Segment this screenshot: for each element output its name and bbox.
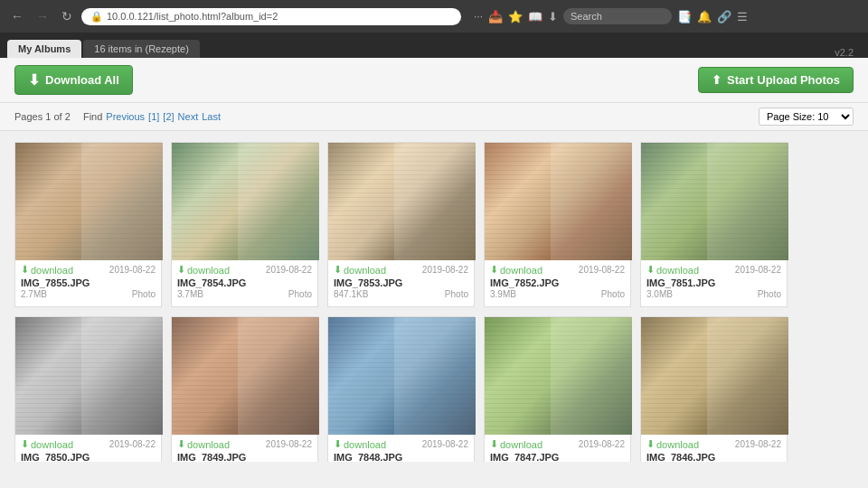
photo-size-1: 2.7MB — [21, 289, 47, 299]
more-icon[interactable]: ··· — [474, 10, 483, 23]
download-arrow-icon: ⬇ — [490, 264, 498, 276]
photo-thumb-4[interactable] — [485, 143, 632, 260]
photo-name-9: IMG_7847.JPG — [490, 452, 625, 462]
pagination-bar: Pages 1 of 2 Find Previous [1] [2] Next … — [0, 103, 868, 131]
lock-icon: 🔒 — [90, 11, 103, 23]
page1-link[interactable]: [1] — [148, 111, 159, 122]
photo-name-10: IMG_7846.JPG — [646, 452, 781, 462]
download-arrow-icon: ⬇ — [334, 264, 342, 276]
search-bar[interactable]: Search — [563, 8, 672, 24]
photo-name-6: IMG_7850.JPG — [21, 452, 156, 462]
photo-item-7: ⬇ download 2019-08-22 IMG_7849.JPG 3.1MB… — [171, 316, 318, 462]
download-arrow-icon: ⬇ — [490, 438, 498, 450]
download-arrow-icon: ⬇ — [21, 264, 29, 276]
photo-date-9: 2019-08-22 — [579, 439, 625, 449]
upload-icon: ⬆ — [712, 73, 722, 87]
reload-button[interactable]: ↻ — [58, 7, 76, 25]
pages-label: Pages 1 of 2 — [14, 111, 71, 122]
photo-download-6[interactable]: ⬇ download — [21, 438, 73, 450]
previous-link[interactable]: Previous — [106, 111, 145, 122]
tab-bar: My Albums 16 items in (Rezepte) v2.2 — [0, 33, 868, 58]
photo-thumb-3[interactable] — [328, 143, 476, 260]
sync-icon[interactable]: 🔗 — [717, 10, 731, 23]
photo-size-4: 3.9MB — [490, 289, 516, 299]
photo-size-5: 3.0MB — [646, 289, 673, 299]
photo-item-9: ⬇ download 2019-08-22 IMG_7847.JPG 3.3MB… — [484, 316, 631, 462]
photo-thumb-9[interactable] — [485, 317, 632, 435]
download-arrow-icon: ⬇ — [177, 264, 185, 276]
photo-thumb-6[interactable] — [15, 317, 163, 435]
photo-item-10: ⬇ download 2019-08-22 IMG_7846.JPG 2.9MB… — [640, 316, 788, 462]
photo-thumb-10[interactable] — [641, 317, 788, 435]
bookmark-list-icon[interactable]: 📑 — [677, 10, 692, 23]
photo-download-5[interactable]: ⬇ download — [646, 264, 699, 276]
reader-icon[interactable]: 📖 — [528, 10, 542, 23]
photo-download-2[interactable]: ⬇ download — [177, 264, 230, 276]
photo-grid-container: ⬇ download 2019-08-22 IMG_7855.JPG 2.7MB… — [0, 131, 868, 462]
photo-date-4: 2019-08-22 — [579, 265, 625, 275]
bookmark-icon[interactable]: ⭐ — [508, 10, 523, 23]
photo-download-3[interactable]: ⬇ download — [334, 264, 386, 276]
photo-download-7[interactable]: ⬇ download — [177, 438, 230, 450]
photo-name-5: IMG_7851.JPG — [646, 277, 781, 288]
upload-photos-button[interactable]: ⬆ Start Upload Photos — [698, 67, 854, 93]
photo-type-4: Photo — [601, 289, 625, 299]
pagination-links: Pages 1 of 2 Find Previous [1] [2] Next … — [14, 111, 221, 122]
photo-grid: ⬇ download 2019-08-22 IMG_7855.JPG 2.7MB… — [14, 142, 854, 462]
photo-item-3: ⬇ download 2019-08-22 IMG_7853.JPG 847.1… — [327, 142, 475, 307]
photo-date-8: 2019-08-22 — [422, 439, 468, 449]
download-icon[interactable]: ⬇ — [548, 10, 558, 23]
download-all-button[interactable]: ⬇ Download All — [14, 65, 133, 95]
photo-type-2: Photo — [288, 289, 312, 299]
photo-size-2: 3.7MB — [177, 289, 203, 299]
photo-download-8[interactable]: ⬇ download — [334, 438, 386, 450]
photo-thumb-2[interactable] — [172, 143, 319, 260]
photo-item-1: ⬇ download 2019-08-22 IMG_7855.JPG 2.7MB… — [14, 142, 162, 307]
photo-thumb-8[interactable] — [328, 317, 476, 435]
photo-date-1: 2019-08-22 — [109, 265, 156, 275]
photo-thumb-5[interactable] — [641, 143, 788, 260]
photo-item-8: ⬇ download 2019-08-22 IMG_7848.JPG 2.5MB… — [327, 316, 475, 462]
last-link[interactable]: Last — [202, 111, 221, 122]
photo-download-9[interactable]: ⬇ download — [490, 438, 542, 450]
page-size-container: Page Size: 10 Page Size: 20 Page Size: 5… — [759, 108, 854, 126]
tab-current-album[interactable]: 16 items in (Rezepte) — [83, 40, 200, 58]
photo-name-7: IMG_7849.JPG — [177, 452, 312, 462]
photo-name-2: IMG_7854.JPG — [177, 277, 312, 288]
photo-thumb-7[interactable] — [172, 317, 319, 435]
download-arrow-icon: ⬇ — [646, 438, 655, 450]
photo-size-3: 847.1KB — [334, 289, 368, 299]
photo-date-2: 2019-08-22 — [266, 265, 312, 275]
next-link[interactable]: Next — [178, 111, 199, 122]
photo-item-6: ⬇ download 2019-08-22 IMG_7850.JPG 2.8MB… — [14, 316, 162, 462]
search-placeholder: Search — [571, 11, 602, 22]
menu-icon[interactable]: ☰ — [737, 10, 748, 23]
version-label: v2.2 — [835, 47, 861, 58]
browser-chrome: ← → ↻ 🔒 10.0.0.121/list_photo.html?album… — [0, 0, 868, 33]
back-button[interactable]: ← — [7, 7, 27, 25]
page2-link[interactable]: [2] — [163, 111, 174, 122]
photo-name-8: IMG_7848.JPG — [334, 452, 468, 462]
download-arrow-icon: ⬇ — [334, 438, 342, 450]
photo-name-4: IMG_7852.JPG — [490, 277, 625, 288]
forward-button[interactable]: → — [33, 7, 52, 25]
tab-my-albums[interactable]: My Albums — [7, 40, 81, 58]
download-arrow-icon: ⬇ — [646, 264, 655, 276]
find-label: Find — [83, 111, 102, 122]
pocket-icon[interactable]: 📥 — [488, 10, 503, 23]
url-text: 10.0.0.121/list_photo.html?album_id=2 — [107, 11, 278, 22]
photo-date-3: 2019-08-22 — [422, 265, 468, 275]
photo-download-1[interactable]: ⬇ download — [21, 264, 73, 276]
photo-download-4[interactable]: ⬇ download — [490, 264, 542, 276]
photo-date-6: 2019-08-22 — [109, 439, 156, 449]
photo-thumb-1[interactable] — [15, 143, 163, 260]
photo-date-10: 2019-08-22 — [735, 439, 781, 449]
notification-icon[interactable]: 🔔 — [697, 10, 712, 23]
photo-item-2: ⬇ download 2019-08-22 IMG_7854.JPG 3.7MB… — [171, 142, 318, 307]
toolbar: ⬇ Download All ⬆ Start Upload Photos — [0, 58, 868, 103]
page-size-select[interactable]: Page Size: 10 Page Size: 20 Page Size: 5… — [759, 108, 854, 126]
photo-item-4: ⬇ download 2019-08-22 IMG_7852.JPG 3.9MB… — [484, 142, 631, 307]
photo-download-10[interactable]: ⬇ download — [646, 438, 699, 450]
address-bar[interactable]: 🔒 10.0.0.121/list_photo.html?album_id=2 — [81, 8, 461, 25]
download-arrow-icon: ⬇ — [21, 438, 29, 450]
